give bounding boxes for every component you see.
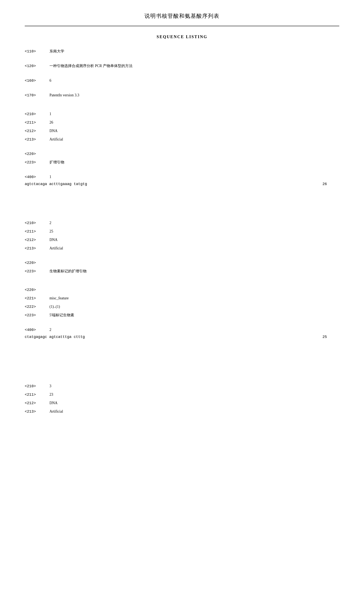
field-222-2: <222> (1)..(1) bbox=[25, 303, 339, 311]
sequence-text-1: agtctacaga actttgaaag tatgtg 26 bbox=[25, 182, 339, 186]
value-223-2a: 生物素标记的扩增引物 bbox=[50, 267, 87, 275]
sequence-bases-2: ctatgagagc agtcatttga ctttg bbox=[25, 335, 85, 339]
tag-400-2: <400> bbox=[25, 326, 45, 333]
tag-210-2: <210> bbox=[25, 219, 45, 227]
field-210-2: <210> 2 bbox=[25, 219, 339, 227]
field-213-2: <213> Artificial bbox=[25, 245, 339, 252]
value-211-2: 25 bbox=[50, 227, 53, 235]
tag-110: <110> bbox=[25, 48, 45, 55]
value-212-2: DNA bbox=[50, 236, 58, 243]
value-223-1: 扩增引物 bbox=[50, 159, 64, 166]
tag-211-2: <211> bbox=[25, 228, 45, 235]
field-213-1: <213> Artificial bbox=[25, 136, 339, 143]
value-110: 东南大学 bbox=[50, 47, 64, 55]
field-223-2b: <223> 5'端标记生物素 bbox=[25, 311, 339, 319]
field-400-2: <400> 2 bbox=[25, 326, 339, 333]
field-110: <110> 东南大学 bbox=[25, 47, 339, 55]
field-212-1: <212> DNA bbox=[25, 127, 339, 135]
page-title: 说明书核苷酸和氨基酸序列表 bbox=[25, 12, 339, 20]
tag-213-2: <213> bbox=[25, 245, 45, 252]
value-212-3: DNA bbox=[50, 399, 58, 407]
tag-211-3: <211> bbox=[25, 391, 45, 398]
tag-400-1: <400> bbox=[25, 173, 45, 181]
tag-212-2: <212> bbox=[25, 236, 45, 244]
field-210-3: <210> 3 bbox=[25, 382, 339, 390]
value-160: 6 bbox=[50, 77, 51, 84]
value-213-2: Artificial bbox=[50, 245, 63, 252]
tag-211-1: <211> bbox=[25, 119, 45, 126]
field-211-2: <211> 25 bbox=[25, 227, 339, 235]
sequence-text-2: ctatgagagc agtcatttga ctttg 25 bbox=[25, 335, 339, 339]
value-211-3: 23 bbox=[50, 391, 53, 398]
field-160: <160> 6 bbox=[25, 77, 339, 84]
value-213-3: Artificial bbox=[50, 408, 63, 415]
tag-222-2: <222> bbox=[25, 303, 45, 311]
value-210-1: 1 bbox=[50, 110, 51, 118]
sequence-bases-1: agtctacaga actttgaaag tatgtg bbox=[25, 182, 87, 186]
value-170: PatentIn version 3.3 bbox=[50, 91, 79, 99]
tag-223-1: <223> bbox=[25, 159, 45, 166]
tag-212-1: <212> bbox=[25, 127, 45, 135]
field-170: <170> PatentIn version 3.3 bbox=[25, 91, 339, 99]
value-221-2: misc_feature bbox=[50, 294, 69, 302]
tag-213-1: <213> bbox=[25, 136, 45, 143]
sequence-listing-header: SEQUENCE LISTING bbox=[25, 34, 339, 39]
sequence-length-1: 26 bbox=[322, 182, 327, 186]
value-212-1: DNA bbox=[50, 127, 58, 135]
field-400-1: <400> 1 bbox=[25, 173, 339, 181]
field-220-1: <220> bbox=[25, 150, 339, 158]
tag-220-2b: <220> bbox=[25, 286, 45, 294]
tag-170: <170> bbox=[25, 92, 45, 99]
sequence-block-1: <210> 1 <211> 26 <212> DNA <213> Artific… bbox=[25, 110, 339, 186]
tag-221-2: <221> bbox=[25, 295, 45, 302]
title-divider bbox=[25, 26, 339, 26]
sequence-block-3: <210> 3 <211> 23 <212> DNA <213> Artific… bbox=[25, 382, 339, 415]
tag-210-1: <210> bbox=[25, 110, 45, 118]
value-222-2: (1)..(1) bbox=[50, 303, 60, 310]
field-211-1: <211> 26 bbox=[25, 119, 339, 126]
tag-213-3: <213> bbox=[25, 408, 45, 415]
value-400-1: 1 bbox=[50, 173, 51, 181]
tag-220-1: <220> bbox=[25, 150, 45, 158]
value-213-1: Artificial bbox=[50, 136, 63, 143]
tag-212-3: <212> bbox=[25, 399, 45, 407]
field-211-3: <211> 23 bbox=[25, 391, 339, 398]
field-223-1: <223> 扩增引物 bbox=[25, 159, 339, 166]
value-120: 一种引物选择合成测序分析 PCR 产物单体型的方法 bbox=[50, 62, 133, 70]
field-220-2a: <220> bbox=[25, 259, 339, 267]
value-210-3: 3 bbox=[50, 382, 51, 390]
sequence-length-2: 25 bbox=[322, 335, 327, 339]
field-120: <120> 一种引物选择合成测序分析 PCR 产物单体型的方法 bbox=[25, 62, 339, 70]
value-210-2: 2 bbox=[50, 219, 51, 226]
field-223-2a: <223> 生物素标记的扩增引物 bbox=[25, 267, 339, 275]
field-212-2: <212> DNA bbox=[25, 236, 339, 244]
tag-223-2a: <223> bbox=[25, 268, 45, 275]
tag-160: <160> bbox=[25, 77, 45, 84]
field-212-3: <212> DNA bbox=[25, 399, 339, 407]
value-400-2: 2 bbox=[50, 326, 51, 333]
tag-223-2b: <223> bbox=[25, 312, 45, 319]
field-220-2b: <220> bbox=[25, 286, 339, 294]
tag-220-2a: <220> bbox=[25, 259, 45, 267]
tag-210-3: <210> bbox=[25, 383, 45, 390]
value-211-1: 26 bbox=[50, 119, 53, 126]
field-213-3: <213> Artificial bbox=[25, 408, 339, 415]
value-223-2b: 5'端标记生物素 bbox=[50, 311, 74, 319]
field-221-2: <221> misc_feature bbox=[25, 294, 339, 302]
field-210-1: <210> 1 bbox=[25, 110, 339, 118]
tag-120: <120> bbox=[25, 62, 45, 70]
sequence-block-2: <210> 2 <211> 25 <212> DNA <213> Artific… bbox=[25, 219, 339, 339]
